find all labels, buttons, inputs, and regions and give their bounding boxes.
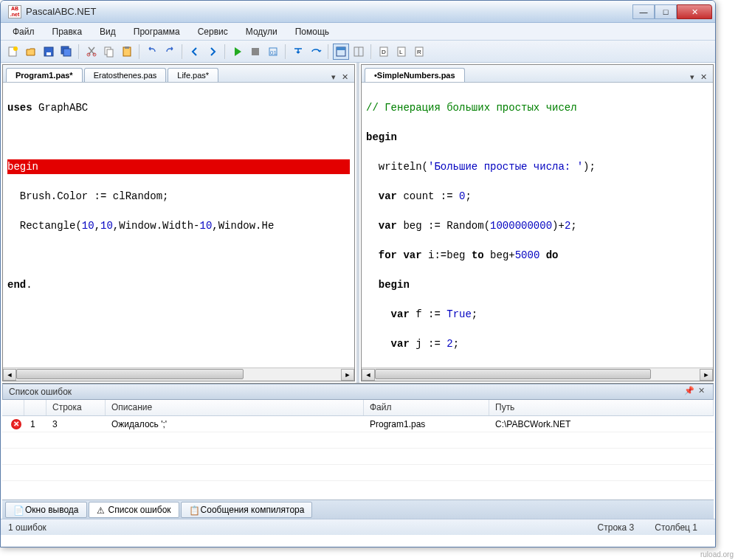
error-list-icon: ⚠ xyxy=(97,505,106,514)
scroll-left-icon[interactable]: ◄ xyxy=(3,369,16,381)
watermark: ruload.org xyxy=(700,550,734,559)
tab-program1[interactable]: Program1.pas* xyxy=(6,68,83,82)
save-icon[interactable] xyxy=(41,44,57,60)
svg-rect-12 xyxy=(252,48,259,55)
window-title: PascalABC.NET xyxy=(26,6,632,17)
left-tab-row: Program1.pas* Eratosthenes.pas Life.pas*… xyxy=(3,65,354,83)
col-path[interactable]: Путь xyxy=(489,400,714,415)
compile-icon[interactable]: 01 xyxy=(265,44,281,60)
paste-icon[interactable] xyxy=(119,44,135,60)
menubar: Файл Правка Вид Программа Сервис Модули … xyxy=(1,23,715,41)
table-row xyxy=(2,432,714,449)
svg-rect-5 xyxy=(63,49,71,56)
panel-title-text: Список ошибок xyxy=(9,387,72,397)
step-into-icon[interactable] xyxy=(290,44,306,60)
help-doc2-icon[interactable]: L xyxy=(393,44,410,60)
scroll-right-icon[interactable]: ► xyxy=(341,369,354,381)
titlebar: AB.net PascalABC.NET — □ ✕ xyxy=(1,1,715,23)
help-doc3-icon[interactable]: R xyxy=(411,44,427,60)
tab-error-list[interactable]: ⚠Список ошибок xyxy=(89,502,179,518)
menu-service[interactable]: Сервис xyxy=(190,24,235,39)
table-row xyxy=(2,449,714,465)
status-error-count: 1 ошибок xyxy=(8,522,46,533)
error-table: Строка Описание Файл Путь ✕ 1 3 Ожидалос… xyxy=(2,400,714,499)
open-folder-icon[interactable] xyxy=(23,44,39,60)
col-icon[interactable] xyxy=(2,400,24,415)
document-icon: 📄 xyxy=(13,505,22,514)
tab-compiler-messages[interactable]: 📋Сообщения компилятора xyxy=(181,502,313,518)
svg-rect-16 xyxy=(337,47,345,50)
statusbar: 1 ошибок Строка 3 Столбец 1 xyxy=(1,519,715,535)
maximize-button[interactable]: □ xyxy=(655,4,677,19)
svg-point-1 xyxy=(13,46,18,51)
pin-icon[interactable]: 📌 xyxy=(683,386,695,398)
error-list-panel: Список ошибок 📌 ✕ Строка Описание Файл П… xyxy=(2,383,714,519)
menu-file[interactable]: Файл xyxy=(5,24,42,39)
tab-life[interactable]: Life.pas* xyxy=(168,68,218,82)
editor-area: Program1.pas* Eratosthenes.pas Life.pas*… xyxy=(1,63,715,383)
menu-edit[interactable]: Правка xyxy=(45,24,90,39)
status-column: Столбец 1 xyxy=(644,522,708,533)
error-highlighted-line: begin xyxy=(7,159,350,174)
panel-titlebar: Список ошибок 📌 ✕ xyxy=(2,384,714,400)
left-hscrollbar[interactable]: ◄ ► xyxy=(3,367,354,381)
save-all-icon[interactable] xyxy=(58,44,75,60)
app-window: AB.net PascalABC.NET — □ ✕ Файл Правка В… xyxy=(0,0,716,547)
step-over-icon[interactable] xyxy=(308,44,324,60)
svg-rect-11 xyxy=(125,46,129,49)
svg-rect-3 xyxy=(46,52,51,55)
menu-program[interactable]: Программа xyxy=(126,24,187,39)
menu-modules[interactable]: Модули xyxy=(238,24,285,39)
panel-close-icon[interactable]: ✕ xyxy=(695,386,707,398)
left-code-editor[interactable]: uses GraphABC begin Brush.Color := clRan… xyxy=(3,83,354,367)
run-icon[interactable] xyxy=(230,44,246,60)
menu-view[interactable]: Вид xyxy=(92,24,123,39)
undo-icon[interactable] xyxy=(144,44,160,60)
tab-output[interactable]: 📄Окно вывода xyxy=(5,502,87,518)
right-code-editor[interactable]: // Генерация больших простых чисел begin… xyxy=(362,83,713,367)
col-file[interactable]: Файл xyxy=(364,400,489,415)
help-doc1-icon[interactable]: D xyxy=(376,44,392,60)
navigate-fwd-icon[interactable] xyxy=(204,44,221,60)
redo-icon[interactable] xyxy=(162,44,178,60)
menu-help[interactable]: Помощь xyxy=(288,24,337,39)
split-icon[interactable] xyxy=(351,44,367,60)
svg-text:01: 01 xyxy=(270,49,277,56)
tab-close-icon[interactable]: ✕ xyxy=(697,72,710,82)
cut-icon[interactable] xyxy=(83,44,100,60)
left-editor-pane: Program1.pas* Eratosthenes.pas Life.pas*… xyxy=(2,64,355,381)
right-tab-row: •SimpleNumbers.pas ▾ ✕ xyxy=(362,65,713,83)
tab-close-icon[interactable]: ✕ xyxy=(339,72,351,82)
error-row[interactable]: ✕ 1 3 Ожидалось ';' Program1.pas C:\PABC… xyxy=(2,416,714,432)
svg-text:L: L xyxy=(399,49,403,55)
col-desc[interactable]: Описание xyxy=(106,400,364,415)
minimize-button[interactable]: — xyxy=(632,4,655,19)
col-line[interactable]: Строка xyxy=(46,400,106,415)
tab-dropdown-icon[interactable]: ▾ xyxy=(328,72,339,82)
copy-icon[interactable] xyxy=(101,44,117,60)
svg-text:D: D xyxy=(382,49,386,55)
bottom-tab-bar: 📄Окно вывода ⚠Список ошибок 📋Сообщения к… xyxy=(2,499,714,519)
right-hscrollbar[interactable]: ◄ ► xyxy=(362,367,713,381)
right-editor-pane: •SimpleNumbers.pas ▾ ✕ // Генерация боль… xyxy=(361,64,714,381)
error-icon: ✕ xyxy=(11,419,21,429)
scroll-left-icon[interactable]: ◄ xyxy=(362,369,375,381)
table-row xyxy=(2,465,714,481)
status-line: Строка 3 xyxy=(587,522,645,533)
stop-icon[interactable] xyxy=(247,44,263,60)
navigate-back-icon[interactable] xyxy=(187,44,203,60)
svg-rect-9 xyxy=(107,49,113,57)
col-num[interactable] xyxy=(24,400,46,415)
new-file-icon[interactable] xyxy=(5,44,21,60)
tab-simplenumbers[interactable]: •SimpleNumbers.pas xyxy=(365,68,465,82)
scroll-right-icon[interactable]: ► xyxy=(700,369,713,381)
app-icon: AB.net xyxy=(8,5,21,18)
tab-dropdown-icon[interactable]: ▾ xyxy=(687,72,697,82)
toggle-panel-icon[interactable] xyxy=(333,44,349,60)
vertical-splitter[interactable] xyxy=(356,63,359,383)
close-button[interactable]: ✕ xyxy=(677,4,712,19)
toolbar: 01 D L R xyxy=(1,41,715,63)
svg-text:R: R xyxy=(417,49,421,55)
tab-eratosthenes[interactable]: Eratosthenes.pas xyxy=(84,68,167,82)
message-icon: 📋 xyxy=(189,505,198,514)
